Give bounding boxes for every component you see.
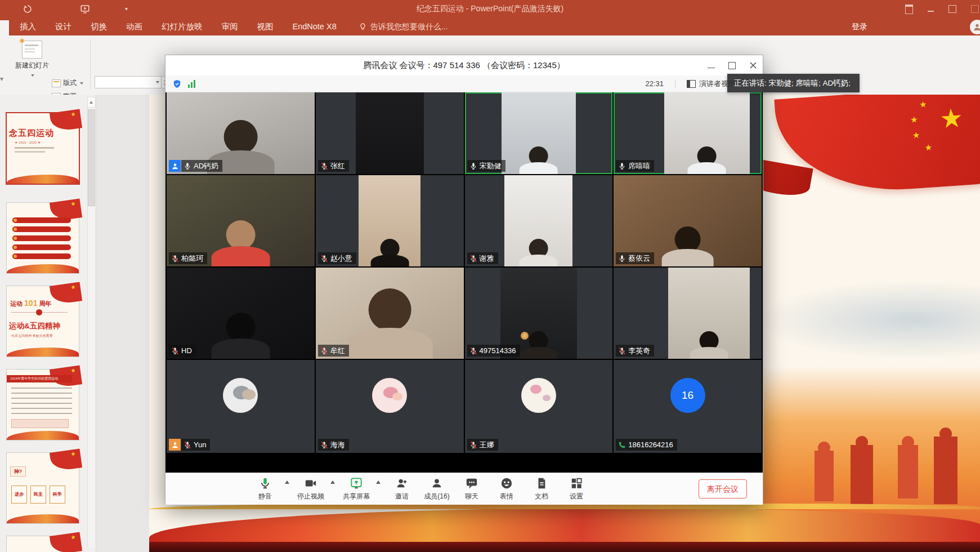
- participant-tile-AD钙奶[interactable]: AD钙奶: [167, 92, 315, 174]
- leave-meeting-button[interactable]: 离开会议: [699, 479, 747, 498]
- participant-tile-张红[interactable]: 张红: [316, 92, 464, 174]
- slide-thumbnail-2[interactable]: [7, 203, 79, 273]
- micw-icon: [618, 255, 626, 262]
- toolbar-expand-arrow-icon[interactable]: [376, 480, 381, 484]
- participant-avatar: [521, 378, 556, 413]
- participant-tile-席嘻嘻[interactable]: 席嘻嘻: [614, 92, 762, 174]
- camera-icon: [305, 477, 317, 489]
- toolbar-button-文档[interactable]: 文档: [525, 477, 558, 501]
- home-tab-stub[interactable]: [0, 20, 9, 35]
- ribbon-tab-bar: 插入设计切换动画幻灯片放映审阅视图EndNote X8 告诉我您想要做什么...…: [0, 18, 980, 35]
- layout-button[interactable]: 版式: [52, 78, 83, 88]
- scrollbar-thumb[interactable]: [88, 109, 95, 206]
- participant-name: 赵小意: [330, 253, 352, 264]
- security-shield-icon[interactable]: [172, 79, 182, 89]
- doc-icon: [535, 477, 548, 489]
- toolbar-button-停止视频[interactable]: 停止视频: [294, 477, 327, 501]
- ribbon-tab-设计[interactable]: 设计: [46, 18, 81, 35]
- ppt-minimize-button[interactable]: [928, 6, 934, 12]
- meeting-maximize-button[interactable]: [728, 62, 736, 69]
- participant-name: Yun: [194, 440, 206, 449]
- participant-tile-赵小意[interactable]: 赵小意: [316, 175, 464, 266]
- sign-in-link[interactable]: 登录: [852, 18, 867, 35]
- account-avatar[interactable]: [970, 20, 980, 34]
- network-signal-icon[interactable]: [187, 80, 196, 88]
- participant-nameplate: 赵小意: [318, 252, 356, 264]
- participant-nameplate: 海海: [318, 439, 349, 451]
- toolbar-label: 停止视频: [297, 492, 324, 501]
- participant-tile-497514336[interactable]: 497514336: [465, 268, 613, 359]
- micmute-icon: [618, 347, 626, 355]
- slide-thumbnail-1[interactable]: 念五四运动★ 1919 - 2020 ★: [7, 113, 79, 184]
- ppt-close-button[interactable]: [971, 5, 979, 13]
- participant-name: HD: [181, 346, 192, 355]
- new-slide-button[interactable]: ✷ 新建幻灯片: [15, 41, 50, 78]
- participant-tile-蔡依云[interactable]: 蔡依云: [614, 175, 762, 266]
- participant-tile-李英奇[interactable]: 李英奇: [614, 268, 762, 359]
- meeting-close-button[interactable]: [749, 61, 757, 69]
- meeting-time: 22:31: [645, 79, 664, 88]
- participant-tile-HD[interactable]: HD: [167, 268, 315, 359]
- ribbon-tab-EndNote X8[interactable]: EndNote X8: [283, 18, 346, 35]
- participant-name: 18616264216: [628, 440, 673, 449]
- toolbar-button-设置[interactable]: 设置: [560, 477, 593, 501]
- participant-nameplate: 牟红: [318, 345, 349, 357]
- participant-name: 柏懿珂: [181, 253, 203, 264]
- font-name-combobox[interactable]: [95, 76, 162, 88]
- participant-name: 海海: [330, 440, 345, 450]
- toolbar-expand-arrow-icon[interactable]: [330, 480, 335, 484]
- participant-tile-谢雅[interactable]: 谢雅: [465, 175, 613, 266]
- meeting-window: 腾讯会议 会议号：497 514 336 （会议密码：12345） 22:31 …: [165, 55, 763, 504]
- toolbar-label: 邀请: [395, 492, 409, 501]
- tell-me-box[interactable]: 告诉我您想要做什么...: [346, 22, 448, 32]
- slide-thumbnail-3[interactable]: 运动 101 周年 运动&五四精神传承五四精神 奉献火热青春: [7, 286, 79, 357]
- toolbar-button-聊天[interactable]: 聊天: [455, 477, 488, 501]
- participant-tile-海海[interactable]: 海海: [316, 360, 464, 453]
- participant-nameplate: 18616264216: [616, 439, 677, 451]
- toolbar-button-成员(16)[interactable]: 成员(16): [420, 477, 453, 501]
- slide-bottom-wave-graphic: [149, 508, 980, 542]
- toolbar-button-表情[interactable]: 表情: [490, 477, 523, 501]
- ribbon-tab-插入[interactable]: 插入: [10, 18, 46, 35]
- participant-tile-18616264216[interactable]: 1618616264216: [614, 360, 762, 453]
- toolbar-expand-arrow-icon[interactable]: [285, 480, 289, 484]
- ppt-maximize-button[interactable]: [948, 5, 956, 13]
- participant-tile-柏懿珂[interactable]: 柏懿珂: [167, 175, 315, 266]
- toolbar-button-共享屏幕[interactable]: 共享屏幕: [340, 477, 373, 501]
- participant-name: 蔡依云: [628, 253, 650, 264]
- toolbar-button-邀请[interactable]: 邀请: [386, 477, 418, 501]
- toolbar-label: 设置: [570, 492, 583, 501]
- participant-tile-王娜[interactable]: 王娜: [465, 360, 613, 453]
- role-badge-blue: [169, 160, 181, 172]
- participant-nameplate: 李英奇: [616, 345, 654, 357]
- micmute-icon: [469, 347, 477, 355]
- toolbar-button-静音[interactable]: 静音: [249, 477, 281, 501]
- participant-tile-Yun[interactable]: Yun: [167, 360, 315, 453]
- meeting-titlebar[interactable]: 腾讯会议 会议号：497 514 336 （会议密码：12345）: [165, 55, 763, 75]
- ribbon-options-icon[interactable]: [905, 5, 913, 14]
- speaking-tooltip: 正在讲话: 宋勤健; 席嘻嘻; AD钙奶;: [727, 74, 860, 92]
- meeting-minimize-button[interactable]: [708, 63, 715, 68]
- thumbnail-scrollbar[interactable]: [87, 97, 95, 547]
- micw-icon: [469, 162, 477, 170]
- ribbon-tab-动画[interactable]: 动画: [117, 18, 152, 35]
- slide-thumbnail-5[interactable]: 神?进步民主科学: [7, 453, 79, 523]
- ribbon-tab-视图[interactable]: 视图: [248, 18, 283, 35]
- ribbon-tab-幻灯片放映[interactable]: 幻灯片放映: [152, 18, 212, 35]
- slide-thumbnail-6[interactable]: [7, 536, 79, 552]
- ribbon-tab-审阅[interactable]: 审阅: [212, 18, 248, 35]
- toolbar-label: 文档: [535, 492, 548, 501]
- phone-icon: [618, 441, 626, 449]
- settings-icon: [570, 477, 583, 489]
- screen: ▾ 纪念五四运动 - PowerPoint(产品激活失败) 插入设计切换动画幻灯…: [0, 0, 980, 552]
- ribbon-tab-切换[interactable]: 切换: [81, 18, 117, 35]
- participant-tile-宋勤健[interactable]: 宋勤健: [465, 92, 613, 174]
- meeting-title: 腾讯会议 会议号：497 514 336 （会议密码：12345）: [165, 60, 763, 71]
- participant-name: 张红: [330, 161, 345, 171]
- scroll-up-icon[interactable]: [87, 97, 96, 108]
- participant-nameplate: 王娜: [467, 439, 498, 451]
- participant-nameplate: 蔡依云: [616, 252, 654, 264]
- micmute-icon: [469, 441, 477, 449]
- participant-tile-牟红[interactable]: 牟红: [316, 268, 464, 359]
- slide-thumbnail-4[interactable]: 1919年青年学生组织的爱国运动: [7, 370, 79, 440]
